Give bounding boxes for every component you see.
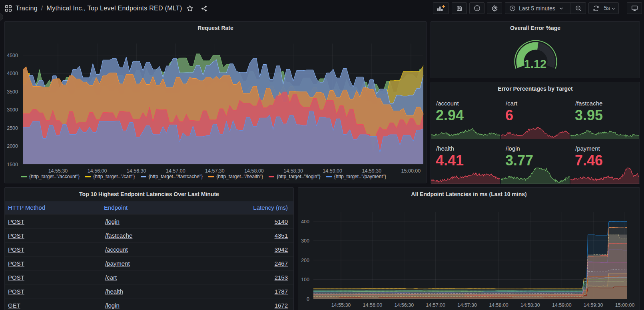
svg-text:15:00:00: 15:00:00	[615, 302, 635, 308]
svg-text:14:55:30: 14:55:30	[48, 168, 68, 173]
svg-text:3500: 3500	[7, 89, 18, 95]
svg-text:14:59:30: 14:59:30	[362, 168, 381, 173]
svg-text:14:59:00: 14:59:00	[323, 168, 342, 173]
svg-text:14:55:30: 14:55:30	[331, 302, 351, 308]
svg-text:14:58:30: 14:58:30	[283, 168, 303, 173]
svg-text:400: 400	[301, 219, 309, 225]
svg-text:14:58:00: 14:58:00	[489, 302, 508, 308]
svg-text:2000: 2000	[7, 143, 18, 149]
svg-text:14:57:00: 14:57:00	[426, 302, 445, 308]
svg-text:3000: 3000	[7, 107, 18, 113]
svg-text:300: 300	[301, 238, 309, 244]
svg-text:0: 0	[307, 296, 309, 302]
svg-text:14:57:30: 14:57:30	[205, 168, 225, 173]
svg-text:14:58:30: 14:58:30	[520, 302, 540, 308]
svg-text:14:59:00: 14:59:00	[552, 302, 572, 308]
svg-text:14:56:30: 14:56:30	[394, 302, 414, 308]
svg-text:14:56:00: 14:56:00	[88, 168, 107, 173]
svg-text:1500: 1500	[7, 162, 18, 167]
svg-text:100: 100	[301, 277, 309, 282]
svg-text:14:56:30: 14:56:30	[127, 168, 146, 173]
svg-text:14:56:00: 14:56:00	[363, 302, 383, 308]
svg-text:15:00:00: 15:00:00	[401, 168, 421, 173]
svg-text:1.12: 1.12	[524, 58, 546, 70]
svg-text:200: 200	[301, 258, 309, 263]
svg-text:4500: 4500	[7, 53, 18, 58]
svg-text:14:57:30: 14:57:30	[457, 302, 477, 308]
svg-text:14:58:00: 14:58:00	[244, 168, 264, 173]
svg-text:14:59:30: 14:59:30	[584, 302, 603, 308]
svg-text:2500: 2500	[7, 125, 18, 131]
svg-text:4000: 4000	[7, 71, 18, 76]
svg-text:14:57:00: 14:57:00	[166, 168, 185, 173]
